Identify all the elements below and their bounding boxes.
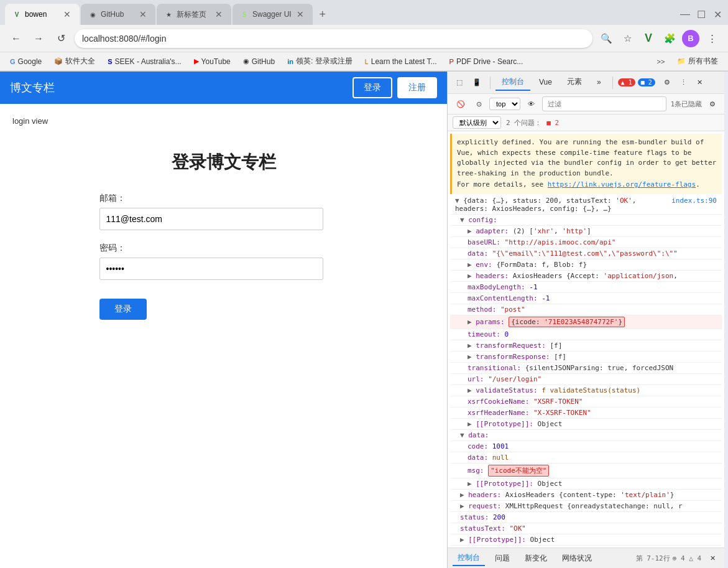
devtools-more-btn[interactable]: ⋮ (676, 77, 691, 88)
settings-gear-btn[interactable]: ⚙ (706, 98, 719, 110)
devtools-tab-console[interactable]: 控制台 (495, 74, 530, 91)
devtools-tab-more[interactable]: » (591, 75, 607, 90)
devtools-bottom-close-btn[interactable]: ✕ (706, 552, 719, 564)
level-dropdown[interactable]: 默认级别 (453, 116, 501, 129)
maximize-button[interactable]: ☐ (696, 9, 707, 20)
header-login-button[interactable]: 登录 (352, 77, 392, 98)
devtools-inspect-btn[interactable]: ⬚ (453, 77, 466, 88)
devtools-toolbar: ⬚ 📱 控制台 Vue 元素 » ▲ 1 ■ 2 ⚙ ⋮ ✕ (448, 72, 724, 94)
transformrequest-expand[interactable] (468, 342, 472, 350)
issue-label: 2 个问题： (506, 118, 541, 128)
statustext-value: "OK" (509, 524, 526, 533)
bookmark-icon[interactable]: ☆ (619, 30, 636, 47)
extension-vue-icon[interactable]: V (640, 30, 657, 47)
statustext-key: statusText: (460, 524, 505, 533)
devtools-settings-btn[interactable]: ⚙ (660, 77, 674, 88)
bottom-tab-changes[interactable]: 新变化 (520, 551, 552, 566)
minimize-button[interactable]: — (680, 9, 691, 20)
transformrequest-key: transformRequest: (476, 342, 546, 350)
bottom-tab-network[interactable]: 网络状况 (557, 551, 597, 566)
forward-button[interactable]: → (30, 30, 47, 47)
devtools-device-btn[interactable]: 📱 (469, 77, 485, 88)
tab-close-bowen[interactable]: ✕ (62, 9, 72, 19)
tab-close-swagger[interactable]: ✕ (295, 9, 305, 19)
address-input[interactable] (75, 29, 592, 48)
adapter-expand[interactable] (468, 227, 472, 235)
login-view-label: login view (12, 116, 435, 126)
config-prototype-expand[interactable] (468, 420, 472, 428)
login-form: 登录博文专栏 邮箱： 密码： 登录 (99, 151, 348, 320)
bookmark-pdfdrive[interactable]: P PDF Drive - Searc... (445, 56, 528, 67)
bookmark-allbooks[interactable]: 📁 所有书签 (672, 55, 723, 68)
password-input[interactable] (99, 258, 323, 280)
params-key: params: (476, 318, 504, 326)
bookmark-google[interactable]: G Google (5, 56, 47, 67)
console-filter-btn[interactable]: ⊙ (472, 98, 486, 110)
bookmarks-bar: G Google 📦 软件大全 S SEEK - Australia's... … (0, 52, 728, 71)
validatestatus-expand[interactable] (468, 386, 472, 394)
devtools-tab-vue[interactable]: Vue (533, 75, 558, 90)
menu-button[interactable]: ⋮ (703, 30, 721, 47)
tab-newtab[interactable]: ★ 新标签页 ✕ (157, 4, 231, 25)
extension-icon[interactable]: 🧩 (661, 30, 678, 47)
allbooks-favicon: 📁 (677, 57, 686, 65)
login-submit-button[interactable]: 登录 (99, 299, 147, 320)
search-toolbar-icon[interactable]: 🔍 (597, 30, 615, 47)
console-output[interactable]: explicitly defined. You are running the … (448, 131, 724, 547)
index-ts-ref[interactable]: index.ts:90 (671, 197, 717, 205)
tab-github[interactable]: ◉ GitHub ✕ (81, 4, 155, 25)
transformresponse-key: transformResponse: (476, 353, 550, 361)
tab-swagger[interactable]: S Swagger UI ✕ (233, 4, 313, 25)
validatestatus-key: validateStatus: (476, 386, 537, 394)
feature-flags-link[interactable]: https://link.vuejs.org/feature-flags (548, 180, 696, 189)
bookmark-github-label: GitHub (252, 57, 275, 66)
env-expand[interactable] (468, 261, 472, 269)
bookmark-seek[interactable]: S SEEK - Australia's... (103, 56, 186, 67)
email-input[interactable] (99, 208, 323, 230)
warning-badge: ■ 2 (638, 78, 655, 86)
baseurl-key: baseURL: (468, 238, 500, 246)
bookmark-github[interactable]: ◉ GitHub (238, 56, 280, 67)
config-expand[interactable] (460, 216, 464, 224)
close-window-button[interactable]: ✕ (712, 9, 723, 20)
new-tab-button[interactable]: + (314, 6, 331, 23)
obj-expand-arrow[interactable] (455, 197, 459, 205)
tab-close-newtab[interactable]: ✕ (214, 9, 224, 19)
bookmark-software[interactable]: 📦 软件大全 (49, 55, 100, 68)
outer-headers-expand[interactable] (460, 491, 464, 499)
outer-prototype-expand[interactable] (460, 536, 464, 544)
header-register-button[interactable]: 注册 (397, 77, 437, 98)
context-dropdown[interactable]: top (489, 98, 520, 110)
code-row: code: 1001 (450, 441, 722, 452)
tab-bowen[interactable]: V bowen ✕ (5, 4, 80, 25)
outer-headers-value: AxiosHeaders {content-type: 'text/plain'… (505, 491, 675, 499)
filter-input[interactable] (542, 96, 666, 111)
tab-close-github[interactable]: ✕ (138, 9, 148, 19)
more-bookmarks-button[interactable]: >> (652, 53, 670, 70)
config-key: config: (468, 216, 497, 224)
request-expand[interactable] (460, 502, 464, 510)
bookmark-learn[interactable]: L Learn the Latest T... (360, 56, 442, 67)
bottom-tab-issues[interactable]: 问题 (490, 551, 515, 566)
google-favicon: G (10, 58, 16, 65)
maxcontentlength-value: -1 (541, 294, 550, 302)
bookmark-linkedin[interactable]: in 领英: 登录或注册 (282, 55, 357, 68)
bottom-tab-console[interactable]: 控制台 (453, 551, 485, 566)
bookmark-youtube[interactable]: ▶ YouTube (189, 56, 236, 67)
headers-expand[interactable] (468, 272, 472, 280)
devtools-close-btn[interactable]: ✕ (693, 77, 706, 88)
transformresponse-expand[interactable] (468, 353, 472, 361)
data-prototype-expand[interactable] (468, 480, 472, 488)
back-button[interactable]: ← (7, 30, 25, 47)
params-expand[interactable] (468, 318, 472, 326)
tab-bar: V bowen ✕ ◉ GitHub ✕ ★ 新标签页 ✕ S Swagger … (0, 0, 728, 25)
data-section-expand[interactable] (460, 431, 464, 439)
eye-btn[interactable]: 👁 (524, 98, 538, 109)
console-clear-btn[interactable]: 🚫 (453, 98, 469, 110)
timeout-value: 0 (505, 330, 509, 338)
devtools-tab-elements[interactable]: 元素 (561, 74, 588, 91)
profile-icon-btn[interactable]: B (682, 30, 699, 47)
issue-count: ■ 2 (546, 119, 559, 127)
reload-button[interactable]: ↺ (52, 30, 70, 47)
data-config-value: "{\"email\":\"111@test.com\",\"password\… (492, 249, 678, 258)
